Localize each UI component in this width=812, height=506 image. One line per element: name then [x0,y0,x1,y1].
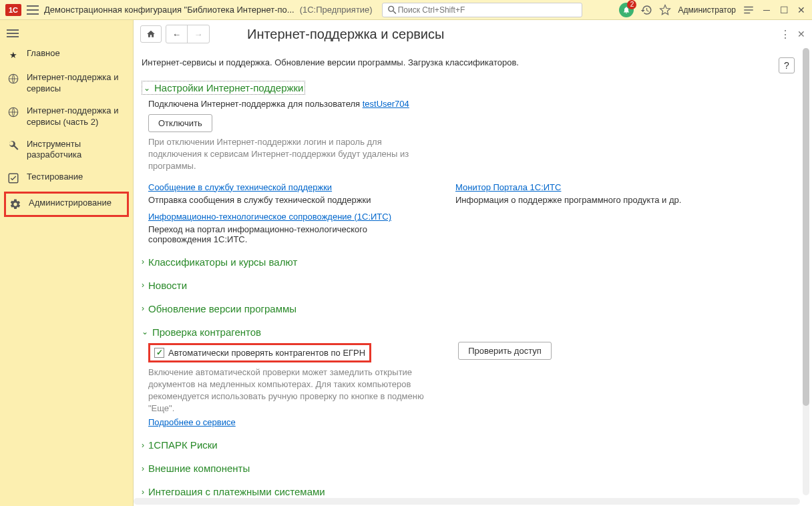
chevron-down-icon: ⌄ [144,83,150,93]
chevron-down-icon: ⌄ [142,327,148,336]
app-title: Демонстрационная конфигурация "Библиотек… [44,5,294,15]
sidebar-toggle[interactable] [0,24,133,43]
content-area: ← → Интернет-поддержка и сервисы ⋮ ✕ ? И… [134,20,812,506]
section-label: Классификаторы и курсы валют [148,256,297,268]
link-tech-support-desc: Отправка сообщения в службу технической … [148,195,429,205]
sidebar-label: Тестирование [27,172,83,183]
chevron-right-icon: › [142,257,144,266]
check-access-button[interactable]: Проверить доступ [458,342,552,360]
disable-button[interactable]: Отключить [148,114,212,132]
nav-group: ← → [166,25,210,43]
scrollbar-thumb[interactable] [803,48,809,406]
section-label: 1СПАРК Риски [148,439,218,451]
section-external-components[interactable]: ›Внешние компоненты [142,463,800,474]
close-tab-button[interactable]: ✕ [797,29,805,39]
settings-lines-icon[interactable] [743,4,755,16]
logo-1c: 1C [5,4,21,16]
vertical-scrollbar[interactable] [803,48,809,495]
sidebar-label: Инструменты разработчика [27,139,126,162]
search-box[interactable] [382,3,582,17]
section-label: Новости [148,280,187,291]
link-its-desc: Переход на портал информационно-технолог… [148,224,375,244]
maximize-button[interactable]: ☐ [779,5,789,15]
forward-button[interactable]: → [188,25,209,43]
chevron-right-icon: › [142,441,144,450]
section-update[interactable]: ›Обновление версии программы [142,303,800,314]
sidebar-label: Интернет-поддержка и сервисы (часть 2) [27,105,126,128]
history-icon[interactable] [640,4,652,16]
sidebar-item-internet-support[interactable]: Интернет-поддержка и сервисы [0,67,133,100]
sidebar-item-main[interactable]: ★ Главное [0,43,133,67]
auto-check-label: Автоматически проверять контрагентов по … [168,348,365,358]
section-label: Настройки Интернет-поддержки [154,82,303,93]
sidebar-label: Администрирование [29,198,112,209]
minimize-button[interactable]: ─ [761,5,772,15]
link-its[interactable]: Информационно-технологическое сопровожде… [148,212,391,222]
section-label: Внешние компоненты [148,463,250,474]
link-its-monitor[interactable]: Монитор Портала 1С:ИТС [455,182,561,192]
close-button[interactable]: ✕ [796,5,807,15]
auto-check-checkbox[interactable] [154,348,164,358]
horizontal-scrollbar[interactable] [134,498,800,505]
toolbar: ← → Интернет-поддержка и сервисы ⋮ ✕ [134,20,812,48]
chevron-right-icon: › [142,280,144,290]
star-filled-icon: ★ [7,48,20,61]
globe-icon [7,105,20,119]
sidebar-label: Главное [27,48,60,59]
app-subtitle: (1С:Предприятие) [300,5,373,15]
search-icon [387,4,398,16]
search-input[interactable] [398,5,578,15]
scroll-body: Интернет-сервисы и поддержка. Обновление… [134,48,800,495]
star-icon[interactable] [659,4,671,16]
support-user-link[interactable]: testUser704 [363,99,409,109]
section-counterparty[interactable]: ⌄Проверка контрагентов [142,326,800,338]
sidebar: ★ Главное Интернет-поддержка и сервисы И… [0,20,134,506]
counterparty-more-link[interactable]: Подробнее о сервисе [148,417,236,427]
more-icon[interactable]: ⋮ [780,28,791,41]
sidebar-label: Интернет-поддержка и сервисы [27,72,126,95]
globe-icon [7,72,20,85]
section-label: Интеграция с платежными системами [148,486,325,495]
gear-icon [9,198,22,211]
chevron-right-icon: › [142,464,144,473]
sidebar-item-internet-support-2[interactable]: Интернет-поддержка и сервисы (часть 2) [0,100,133,134]
section-classifiers[interactable]: ›Классификаторы и курсы валют [142,256,800,268]
notifications-icon[interactable]: 2 [619,3,634,17]
auto-check-row[interactable]: Автоматически проверять контрагентов по … [148,343,371,362]
user-label[interactable]: Администратор [678,5,736,15]
section-label: Обновление версии программы [148,303,296,314]
page-title: Интернет-поддержка и сервисы [247,27,444,42]
sidebar-item-testing[interactable]: Тестирование [0,166,133,190]
support-connected-text: Подключена Интернет-поддержка для пользо… [148,99,800,109]
check-icon [7,172,20,185]
section-spark[interactable]: ›1СПАРК Риски [142,439,800,451]
sidebar-item-administration[interactable]: Администрирование [4,192,129,217]
disable-hint: При отключении Интернет-поддержки логин … [148,136,415,173]
wrench-icon [7,139,20,152]
section-news[interactable]: ›Новости [142,280,800,291]
titlebar: 1C Демонстрационная конфигурация "Библио… [0,0,812,20]
chevron-right-icon: › [142,487,144,495]
sidebar-item-dev-tools[interactable]: Инструменты разработчика [0,134,133,167]
link-tech-support[interactable]: Сообщение в службу технической поддержки [148,182,332,192]
section-internet-support-settings[interactable]: ⌄ Настройки Интернет-поддержки [142,81,305,95]
page-description: Интернет-сервисы и поддержка. Обновление… [142,57,800,67]
notification-count: 2 [627,0,636,9]
section-payment-integration[interactable]: ›Интеграция с платежными системами [142,486,800,495]
link-its-monitor-desc: Информация о поддержке программного прод… [455,195,736,205]
chevron-right-icon: › [142,304,144,313]
section-label: Проверка контрагентов [152,326,261,338]
home-button[interactable] [140,25,162,43]
back-button[interactable]: ← [166,25,188,43]
menu-icon[interactable] [27,5,39,15]
counterparty-hint: Включение автоматической проверки может … [148,366,435,415]
